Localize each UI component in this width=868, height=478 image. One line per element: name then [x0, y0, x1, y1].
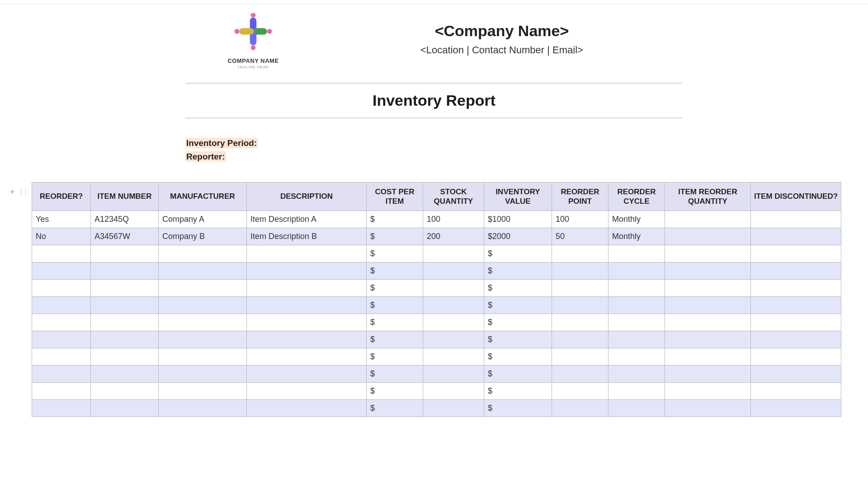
cell-item-number[interactable] — [91, 400, 159, 417]
cell-description[interactable] — [247, 245, 367, 262]
cell-item-discontinued[interactable] — [751, 297, 841, 314]
cell-item-discontinued[interactable] — [751, 314, 841, 331]
cell-reorder[interactable] — [32, 383, 91, 400]
cell-item-reorder-qty[interactable] — [665, 383, 751, 400]
cell-item-number[interactable] — [91, 366, 159, 383]
cell-stock-quantity[interactable]: 200 — [423, 228, 484, 245]
cell-reorder-point[interactable] — [552, 245, 609, 262]
cell-description[interactable] — [247, 331, 367, 348]
cell-item-discontinued[interactable] — [751, 211, 841, 228]
cell-description[interactable] — [247, 348, 367, 366]
cell-reorder-cycle[interactable] — [609, 314, 665, 331]
cell-manufacturer[interactable] — [159, 245, 247, 262]
th-item-number[interactable]: ITEM NUMBER — [91, 182, 159, 211]
cell-item-number[interactable] — [91, 297, 159, 314]
table-row[interactable]: $$ — [32, 314, 841, 331]
cell-reorder[interactable] — [32, 297, 91, 314]
cell-cost-per-item[interactable]: $ — [367, 228, 423, 245]
cell-inventory-value[interactable]: $ — [484, 314, 552, 331]
cell-item-number[interactable] — [91, 331, 159, 348]
cell-inventory-value[interactable]: $ — [484, 400, 552, 417]
table-row[interactable]: $$ — [32, 297, 841, 314]
cell-reorder[interactable] — [32, 331, 91, 348]
cell-inventory-value[interactable]: $ — [484, 366, 552, 383]
table-row[interactable]: $$ — [32, 348, 841, 366]
cell-item-reorder-qty[interactable] — [665, 262, 751, 280]
cell-reorder-cycle[interactable]: Monthly — [609, 228, 665, 245]
cell-reorder-cycle[interactable]: Monthly — [609, 211, 665, 228]
cell-item-reorder-qty[interactable] — [665, 314, 751, 331]
cell-reorder-cycle[interactable] — [609, 400, 665, 417]
cell-cost-per-item[interactable]: $ — [367, 297, 423, 314]
cell-manufacturer[interactable] — [159, 314, 247, 331]
cell-reorder-cycle[interactable] — [609, 280, 665, 297]
th-stock-quantity[interactable]: STOCK QUANTITY — [423, 182, 484, 211]
cell-reorder-cycle[interactable] — [609, 366, 665, 383]
cell-reorder[interactable] — [32, 245, 91, 262]
cell-cost-per-item[interactable]: $ — [367, 314, 423, 331]
cell-reorder-cycle[interactable] — [609, 383, 665, 400]
cell-cost-per-item[interactable]: $ — [367, 245, 423, 262]
cell-stock-quantity[interactable] — [423, 245, 484, 262]
cell-reorder[interactable]: No — [32, 228, 91, 245]
cell-item-discontinued[interactable] — [751, 262, 841, 280]
cell-description[interactable] — [247, 366, 367, 383]
cell-stock-quantity[interactable] — [423, 348, 484, 366]
cell-item-discontinued[interactable] — [751, 348, 841, 366]
cell-description[interactable] — [247, 280, 367, 297]
cell-description[interactable] — [247, 314, 367, 331]
cell-cost-per-item[interactable]: $ — [367, 348, 423, 366]
cell-item-reorder-qty[interactable] — [665, 348, 751, 366]
table-row[interactable]: $$ — [32, 262, 841, 280]
table-row[interactable]: $$ — [32, 331, 841, 348]
cell-item-number[interactable] — [91, 280, 159, 297]
th-item-discontinued[interactable]: ITEM DISCONTINUED? — [751, 182, 841, 211]
cell-stock-quantity[interactable] — [423, 366, 484, 383]
cell-reorder-point[interactable] — [552, 348, 609, 366]
cell-manufacturer[interactable] — [159, 280, 247, 297]
cell-description[interactable] — [247, 383, 367, 400]
table-row[interactable]: YesA12345QCompany AItem Description A$10… — [32, 211, 841, 228]
cell-item-discontinued[interactable] — [751, 383, 841, 400]
cell-reorder-point[interactable] — [552, 366, 609, 383]
cell-manufacturer[interactable] — [159, 297, 247, 314]
cell-inventory-value[interactable]: $ — [484, 348, 552, 366]
cell-description[interactable] — [247, 400, 367, 417]
cell-reorder-point[interactable] — [552, 331, 609, 348]
cell-item-discontinued[interactable] — [751, 366, 841, 383]
th-item-reorder-qty[interactable]: ITEM REORDER QUANTITY — [665, 182, 751, 211]
cell-item-number[interactable] — [91, 348, 159, 366]
cell-stock-quantity[interactable] — [423, 383, 484, 400]
cell-reorder[interactable]: Yes — [32, 211, 91, 228]
cell-inventory-value[interactable]: $2000 — [484, 228, 552, 245]
cell-item-reorder-qty[interactable] — [665, 331, 751, 348]
cell-item-number[interactable]: A34567W — [91, 228, 159, 245]
cell-cost-per-item[interactable]: $ — [367, 211, 423, 228]
cell-item-number[interactable] — [91, 245, 159, 262]
table-row[interactable]: $$ — [32, 280, 841, 297]
cell-reorder-point[interactable] — [552, 383, 609, 400]
table-row[interactable]: $$ — [32, 383, 841, 400]
cell-manufacturer[interactable] — [159, 348, 247, 366]
cell-item-reorder-qty[interactable] — [665, 366, 751, 383]
cell-item-number[interactable] — [91, 383, 159, 400]
cell-item-reorder-qty[interactable] — [665, 400, 751, 417]
cell-item-reorder-qty[interactable] — [665, 228, 751, 245]
cell-item-number[interactable] — [91, 262, 159, 280]
cell-reorder-cycle[interactable] — [609, 262, 665, 280]
cell-item-discontinued[interactable] — [751, 280, 841, 297]
cell-reorder[interactable] — [32, 314, 91, 331]
cell-stock-quantity[interactable] — [423, 262, 484, 280]
cell-inventory-value[interactable]: $ — [484, 245, 552, 262]
cell-reorder-point[interactable] — [552, 297, 609, 314]
cell-cost-per-item[interactable]: $ — [367, 383, 423, 400]
table-row[interactable]: NoA34567WCompany BItem Description B$200… — [32, 228, 841, 245]
cell-stock-quantity[interactable] — [423, 280, 484, 297]
cell-item-number[interactable] — [91, 314, 159, 331]
cell-item-discontinued[interactable] — [751, 400, 841, 417]
cell-item-discontinued[interactable] — [751, 228, 841, 245]
cell-reorder[interactable] — [32, 280, 91, 297]
cell-stock-quantity[interactable] — [423, 314, 484, 331]
cell-inventory-value[interactable]: $ — [484, 331, 552, 348]
cell-reorder-cycle[interactable] — [609, 245, 665, 262]
